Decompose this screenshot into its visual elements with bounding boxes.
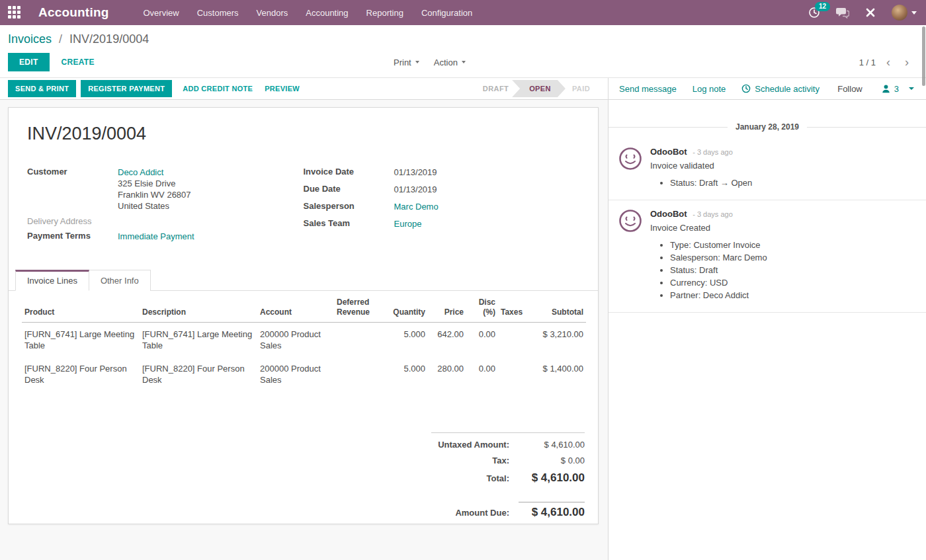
- follow-button[interactable]: Follow: [837, 84, 863, 94]
- cell-price: 280.00: [428, 357, 466, 391]
- clock-icon: [741, 84, 751, 93]
- tax-value: $ 0.00: [519, 456, 585, 465]
- apps-grid-icon[interactable]: [8, 6, 21, 19]
- total-label: Total:: [431, 473, 519, 483]
- sales-team-link[interactable]: Europe: [394, 218, 422, 229]
- messages-icon[interactable]: [836, 7, 849, 19]
- state-open[interactable]: OPEN: [512, 80, 566, 97]
- sales-team-label: Sales Team: [304, 218, 394, 229]
- col-quantity: Quantity: [384, 291, 428, 323]
- action-menus: Print Action: [394, 58, 466, 67]
- odoobot-avatar: [618, 147, 642, 171]
- col-product: Product: [22, 291, 140, 323]
- chevron-down-icon: [909, 87, 914, 90]
- menu-customers[interactable]: Customers: [197, 8, 239, 18]
- content: INV/2019/0004 Customer Deco Addict 325 E…: [0, 100, 926, 560]
- col-description: Description: [140, 291, 257, 323]
- col-disc: Disc (%): [466, 291, 498, 323]
- create-button[interactable]: CREATE: [62, 58, 95, 67]
- state-paid[interactable]: PAID: [566, 80, 601, 97]
- amount-due-value: $ 4,610.00: [519, 502, 585, 519]
- schedule-activity-label: Schedule activity: [755, 84, 820, 94]
- invoice-line-row[interactable]: [FURN_6741] Large Meeting Table [FURN_67…: [22, 323, 586, 358]
- message-body: OdooBot - 3 days ago Invoice validated S…: [650, 147, 752, 192]
- customer-address-line2: Franklin WV 26807: [118, 189, 191, 200]
- action-menu[interactable]: Action: [434, 58, 466, 67]
- chevron-down-icon: [415, 61, 419, 63]
- log-note-button[interactable]: Log note: [693, 84, 726, 94]
- cell-taxes: [498, 323, 528, 358]
- due-date-label: Due Date: [304, 184, 394, 195]
- schedule-activity-button[interactable]: Schedule activity: [741, 84, 820, 94]
- col-deferred-revenue: Deferred Revenue: [334, 291, 384, 323]
- print-menu[interactable]: Print: [394, 58, 419, 67]
- date-separator: January 28, 2019: [609, 122, 926, 132]
- breadcrumb-current: INV/2019/0004: [69, 32, 149, 46]
- smiley-avatar-icon: [618, 209, 642, 233]
- pager-next-icon[interactable]: ›: [901, 56, 913, 68]
- state-draft[interactable]: DRAFT: [472, 80, 520, 97]
- tab-invoice-lines[interactable]: Invoice Lines: [15, 270, 89, 291]
- followers-count: 3: [894, 84, 899, 94]
- app-name[interactable]: Accounting: [38, 5, 109, 20]
- menu-overview[interactable]: Overview: [144, 8, 179, 18]
- cell-deferred-revenue: [334, 357, 384, 391]
- cell-subtotal: $ 3,210.00: [528, 323, 586, 358]
- customer-link[interactable]: Deco Addict: [118, 167, 191, 178]
- preview-button[interactable]: PREVIEW: [265, 85, 300, 93]
- activity-count-badge: 12: [815, 2, 830, 11]
- menu-configuration[interactable]: Configuration: [421, 8, 472, 18]
- vertical-scrollbar[interactable]: [922, 26, 925, 86]
- odoo-accounting-page: Accounting Overview Customers Vendors Ac…: [0, 0, 926, 560]
- chatter-controls: Send message Log note Schedule activity …: [609, 78, 926, 99]
- message-details: Status: Draft → Open: [670, 177, 752, 189]
- invoice-lines-table: Product Description Account Deferred Rev…: [9, 291, 598, 391]
- delivery-address-label: Delivery Address: [27, 216, 118, 226]
- pager: 1 / 1 ‹ ›: [859, 56, 913, 68]
- send-message-button[interactable]: Send message: [619, 84, 677, 94]
- message-timestamp: - 3 days ago: [693, 210, 733, 218]
- menu-vendors[interactable]: Vendors: [257, 8, 288, 18]
- customer-label: Customer: [27, 167, 118, 212]
- add-credit-note-button[interactable]: ADD CREDIT NOTE: [183, 85, 253, 93]
- status-bar: SEND & PRINT REGISTER PAYMENT ADD CREDIT…: [0, 78, 609, 99]
- send-print-button[interactable]: SEND & PRINT: [8, 80, 76, 97]
- tab-other-info[interactable]: Other Info: [89, 270, 151, 291]
- register-payment-button[interactable]: REGISTER PAYMENT: [81, 80, 172, 97]
- apps-grid-glyph: [8, 6, 21, 19]
- field-group-left: Customer Deco Addict 325 Elsie Drive Fra…: [27, 167, 304, 246]
- salesperson-link[interactable]: Marc Demo: [394, 201, 439, 212]
- message-text: Invoice validated: [650, 160, 752, 172]
- col-subtotal: Subtotal: [528, 291, 586, 323]
- message-author: OdooBot: [650, 147, 687, 157]
- cell-taxes: [498, 357, 528, 391]
- action-menu-label: Action: [434, 58, 458, 67]
- untaxed-amount-value: $ 4,610.00: [519, 440, 585, 450]
- message-detail: Currency: USD: [670, 277, 767, 289]
- message-detail: Salesperson: Marc Demo: [670, 252, 767, 264]
- tools-icon[interactable]: [865, 7, 876, 18]
- breadcrumb-invoices[interactable]: Invoices: [8, 32, 52, 46]
- user-menu[interactable]: [892, 5, 917, 20]
- edit-button[interactable]: EDIT: [8, 53, 50, 71]
- message-detail: Status: Draft → Open: [670, 177, 752, 189]
- cell-disc: 0.00: [466, 357, 498, 391]
- invoice-fields: Customer Deco Addict 325 Elsie Drive Fra…: [9, 167, 598, 246]
- invoice-line-row[interactable]: [FURN_8220] Four Person Desk [FURN_8220]…: [22, 357, 586, 391]
- pager-previous-icon[interactable]: ‹: [882, 56, 894, 68]
- systray: 12: [808, 5, 917, 20]
- print-menu-label: Print: [394, 58, 411, 67]
- message-body: OdooBot - 3 days ago Invoice Created Typ…: [650, 209, 767, 304]
- followers-button[interactable]: 3: [881, 84, 914, 94]
- amount-due-label: Amount Due:: [431, 508, 519, 518]
- menu-reporting[interactable]: Reporting: [366, 8, 403, 18]
- menu-accounting[interactable]: Accounting: [306, 8, 348, 18]
- cell-description: [FURN_6741] Large Meeting Table: [140, 323, 257, 358]
- breadcrumb: Invoices / INV/2019/0004: [8, 32, 915, 46]
- total-value: $ 4,610.00: [519, 471, 585, 485]
- notebook-tabs: Invoice Lines Other Info: [9, 270, 598, 291]
- invoice-date-value: 01/13/2019: [394, 167, 437, 178]
- activities-icon[interactable]: 12: [808, 7, 820, 19]
- payment-terms-link[interactable]: Immediate Payment: [118, 231, 194, 242]
- col-account: Account: [257, 291, 334, 323]
